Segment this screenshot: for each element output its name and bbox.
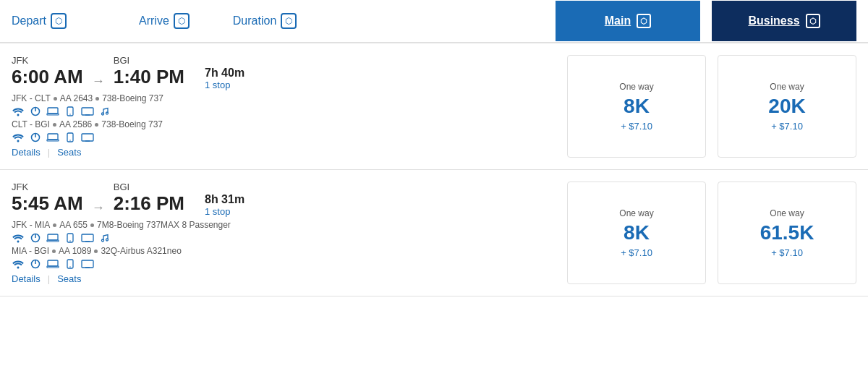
svg-rect-13 [47, 140, 59, 141]
from-time: 5:45 AM [12, 192, 83, 215]
main-cabin-button[interactable]: Main ⬡ [556, 1, 700, 41]
route-header: JFK 5:45 AM → BGI 2:16 PM 8h 31m 1 stop [12, 182, 359, 217]
seats-link[interactable]: Seats [57, 147, 81, 158]
duration-label: Duration [233, 14, 276, 27]
dot [90, 223, 94, 227]
duration-sort[interactable]: Duration ⬡ [233, 0, 311, 42]
power-icon [29, 233, 42, 243]
business-price-label: One way [770, 82, 804, 92]
power-icon [29, 132, 42, 142]
svg-point-9 [106, 112, 109, 114]
to-code: BGI [114, 55, 184, 66]
business-cabin-label: Business [748, 14, 799, 27]
dot [53, 123, 56, 127]
mobile-icon [64, 132, 77, 142]
svg-point-27 [106, 239, 109, 241]
depart-sort[interactable]: Depart ⬡ [12, 0, 81, 42]
arrive-sort-icon: ⬡ [174, 13, 190, 29]
to-time: 2:16 PM [114, 192, 184, 215]
details-link[interactable]: Details [12, 273, 41, 284]
music-icon [98, 106, 111, 116]
wifi-icon [12, 132, 25, 142]
seats-link[interactable]: Seats [57, 273, 81, 284]
to-time: 1:40 PM [114, 66, 184, 88]
price-spacer [373, 182, 567, 284]
page-container: Depart ⬡ Arrive ⬡ Duration ⬡ Main ⬡ Busi… [0, 0, 868, 296]
flight-info: JFK 6:00 AM → BGI 1:40 PM 7h 40m 1 stop … [12, 55, 373, 158]
segment-aircraft: 32Q-Airbus A321neo [101, 246, 181, 256]
business-price-cell[interactable]: One way 20K + $7.10 [718, 55, 856, 158]
wifi-icon [12, 233, 25, 243]
mobile-icon [64, 259, 77, 269]
arrow-icon: → [83, 74, 114, 89]
business-price-value: 61.5K [760, 221, 814, 244]
stops: 1 stop [205, 80, 244, 90]
svg-point-23 [69, 240, 70, 241]
segment-route-text: MIA - BGI [12, 246, 49, 256]
dot [52, 249, 56, 253]
svg-rect-34 [82, 260, 93, 268]
segment-aircraft: 738-Boeing 737 [101, 119, 163, 129]
main-price-label: One way [619, 82, 653, 92]
power-icon [29, 259, 42, 269]
details-link[interactable]: Details [12, 147, 41, 158]
svg-point-15 [69, 140, 70, 140]
duration-time: 7h 40m [205, 67, 244, 80]
main-price-cell[interactable]: One way 8K + $7.10 [567, 55, 706, 158]
stops: 1 stop [205, 206, 244, 217]
segment-flight: AA 2586 [59, 119, 92, 129]
tv-icon [81, 233, 94, 243]
segment-flight: AA 655 [59, 220, 88, 230]
segment-route-text: CLT - BGI [12, 119, 50, 129]
main-price-cell[interactable]: One way 8K + $7.10 [567, 182, 706, 284]
svg-rect-12 [48, 134, 58, 140]
arrow-icon: → [83, 200, 114, 216]
segment-route-1: JFK - CLT AA 2643 738-Boeing 737 [12, 93, 359, 103]
main-price-value: 8K [624, 95, 650, 118]
segment-flight: AA 1089 [59, 246, 91, 256]
dot [94, 249, 98, 253]
duration-block: 7h 40m 1 stop [205, 67, 244, 90]
svg-rect-3 [47, 114, 59, 115]
segment-aircraft: 7M8-Boeing 737MAX 8 Passenger [97, 220, 231, 230]
dot [54, 97, 57, 101]
arrive-sort[interactable]: Arrive ⬡ [139, 0, 204, 42]
business-price-cell[interactable]: One way 61.5K + $7.10 [718, 182, 856, 284]
power-icon [29, 106, 42, 116]
from-code: JFK [12, 182, 83, 192]
dot [95, 97, 99, 101]
wifi-icon [12, 106, 25, 116]
business-cabin-button[interactable]: Business ⬡ [712, 1, 856, 41]
amenities-1 [12, 233, 359, 243]
details-row: Details | Seats [12, 147, 359, 158]
flight-row-2: JFK 5:45 AM → BGI 2:16 PM 8h 31m 1 stop … [0, 170, 868, 296]
from-block: JFK 5:45 AM [12, 182, 83, 215]
price-spacer [373, 55, 567, 158]
duration-block: 8h 31m 1 stop [205, 193, 244, 217]
main-price-value: 8K [624, 221, 650, 244]
business-price-value: 20K [768, 95, 805, 118]
svg-rect-6 [82, 108, 93, 115]
segment-aircraft: 738-Boeing 737 [102, 93, 163, 103]
depart-label: Depart [12, 14, 46, 27]
duration-time: 8h 31m [205, 193, 244, 206]
laptop-icon [46, 106, 59, 116]
laptop-icon [46, 259, 59, 269]
flight-row-1: JFK 6:00 AM → BGI 1:40 PM 7h 40m 1 stop … [0, 43, 868, 170]
main-price-label: One way [619, 208, 653, 218]
arrive-label: Arrive [139, 14, 169, 27]
from-block: JFK 6:00 AM [12, 55, 83, 88]
divider: | [48, 273, 50, 284]
svg-point-26 [102, 239, 104, 242]
business-sort-icon: ⬡ [806, 14, 820, 28]
main-sort-icon: ⬡ [637, 14, 651, 28]
price-cells: One way 8K + $7.10 One way 61.5K + $7.10 [567, 182, 856, 284]
tv-icon [81, 132, 94, 142]
svg-point-33 [69, 266, 70, 267]
music-icon [98, 233, 111, 243]
svg-rect-16 [82, 134, 93, 141]
laptop-icon [46, 132, 59, 142]
header-row: Depart ⬡ Arrive ⬡ Duration ⬡ Main ⬡ Busi… [0, 0, 868, 43]
svg-rect-2 [48, 108, 58, 114]
svg-rect-21 [47, 240, 59, 242]
